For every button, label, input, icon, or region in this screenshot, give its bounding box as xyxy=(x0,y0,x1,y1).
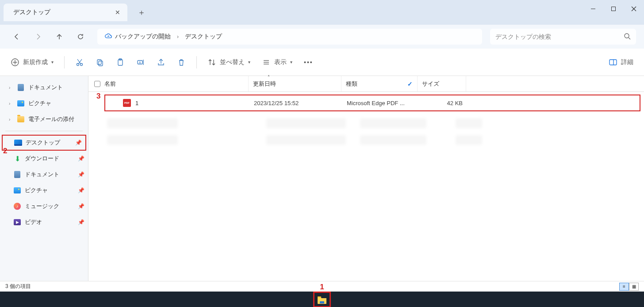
window-close-button[interactable] xyxy=(624,0,644,18)
annotation-3: 3 xyxy=(96,92,100,101)
search-icon xyxy=(624,33,631,41)
pdf-icon: PDF xyxy=(123,99,131,107)
sidebar-item-downloads[interactable]: ⬇ ダウンロード 📌 xyxy=(0,151,88,167)
taskbar-explorer-icon[interactable] xyxy=(315,293,329,306)
toolbar-separator xyxy=(64,56,65,68)
column-header-date[interactable]: 更新日時 xyxy=(249,76,341,91)
rename-button[interactable]: A xyxy=(132,54,150,71)
desktop-icon xyxy=(14,139,22,147)
column-header-type[interactable]: 種類✓ xyxy=(341,76,418,91)
column-header-size[interactable]: サイズ xyxy=(418,76,466,91)
cloud-sync-icon xyxy=(104,32,112,42)
new-button[interactable]: 新規作成 ▾ xyxy=(6,54,58,71)
file-row[interactable]: PDF 1 2023/12/25 15:52 Microsoft Edge PD… xyxy=(104,95,640,111)
video-icon: ▶ xyxy=(13,218,21,226)
nav-back-button[interactable] xyxy=(8,28,26,45)
pin-icon[interactable]: 📌 xyxy=(78,203,84,209)
sidebar-separator xyxy=(5,131,83,131)
sort-button[interactable]: 並べ替え ▾ xyxy=(203,54,255,71)
view-button-label: 表示 xyxy=(274,58,287,66)
breadcrumb-backup[interactable]: バックアップの開始 xyxy=(102,30,173,43)
title-bar: デスクトップ ✕ ＋ xyxy=(0,0,644,25)
search-box[interactable] xyxy=(490,29,636,45)
svg-rect-1 xyxy=(612,7,616,11)
picture-icon xyxy=(17,99,25,107)
svg-rect-15 xyxy=(118,60,123,65)
chevron-down-icon: ▾ xyxy=(248,60,250,64)
icons-view-button[interactable]: ▦ xyxy=(629,283,639,291)
sidebar-item-email-attachments[interactable]: › 電子メールの添付 xyxy=(0,111,88,127)
sidebar-item-pictures-pinned[interactable]: ピクチャ 📌 xyxy=(0,182,88,198)
pin-icon[interactable]: 📌 xyxy=(75,140,82,146)
view-button[interactable]: 表示 ▾ xyxy=(257,54,297,71)
tab-title: デスクトップ xyxy=(13,8,109,16)
blurred-content xyxy=(107,135,178,145)
blurred-content xyxy=(266,135,346,145)
new-tab-button[interactable]: ＋ xyxy=(133,4,150,21)
svg-text:A: A xyxy=(139,61,141,64)
svg-point-9 xyxy=(77,63,79,65)
details-view-button[interactable]: ≡ xyxy=(619,283,629,291)
chevron-right-icon: › xyxy=(177,34,179,40)
toolbar-separator xyxy=(196,56,197,68)
tab-close-button[interactable]: ✕ xyxy=(113,7,122,18)
window-minimize-button[interactable] xyxy=(583,0,603,18)
delete-button[interactable] xyxy=(172,54,190,71)
sidebar-item-label: ビデオ xyxy=(25,218,42,226)
sort-button-label: 並べ替え xyxy=(220,58,245,66)
chevron-down-icon: ▾ xyxy=(51,60,54,64)
nav-up-button[interactable] xyxy=(50,28,68,45)
select-all-checkbox[interactable] xyxy=(94,81,100,87)
blurred-content xyxy=(360,135,426,145)
more-button[interactable]: ••• xyxy=(299,54,318,71)
pin-icon[interactable]: 📌 xyxy=(78,155,84,162)
annotation-2: 2 xyxy=(3,147,7,155)
details-pane-label: 詳細 xyxy=(621,58,633,66)
sidebar-item-videos[interactable]: ▶ ビデオ 📌 xyxy=(0,214,88,230)
sort-ascending-icon: ˄ xyxy=(268,75,270,80)
svg-rect-25 xyxy=(320,301,324,303)
download-icon: ⬇ xyxy=(13,155,21,163)
sidebar-item-documents[interactable]: › ドキュメント xyxy=(0,80,88,95)
folder-icon xyxy=(17,115,25,123)
check-icon: ✓ xyxy=(407,80,413,87)
blurred-content xyxy=(456,118,482,128)
cut-button[interactable] xyxy=(71,54,88,71)
sidebar-item-pictures[interactable]: › ピクチャ xyxy=(0,95,88,111)
sidebar-item-label: ドキュメント xyxy=(25,171,59,178)
copy-button[interactable] xyxy=(91,54,109,71)
column-name-label: 名前 xyxy=(104,80,116,88)
file-type: Microsoft Edge PDF ... xyxy=(342,100,418,106)
pin-icon[interactable]: 📌 xyxy=(78,219,84,225)
breadcrumb-backup-label: バックアップの開始 xyxy=(115,33,171,41)
sidebar-item-label: ピクチャ xyxy=(28,99,51,107)
address-bar: バックアップの開始 › デスクトップ xyxy=(0,25,644,49)
navigation-sidebar[interactable]: › ドキュメント › ピクチャ › 電子メールの添付 2 デスクトップ 📌 ⬇ … xyxy=(0,76,88,281)
nav-forward-button[interactable] xyxy=(29,28,47,45)
nav-refresh-button[interactable] xyxy=(72,28,89,45)
pin-icon[interactable]: 📌 xyxy=(78,187,84,193)
breadcrumb-current[interactable]: デスクトップ xyxy=(182,31,225,42)
breadcrumb[interactable]: バックアップの開始 › デスクトップ xyxy=(97,29,482,45)
window-tab[interactable]: デスクトップ ✕ xyxy=(4,4,127,21)
sidebar-item-desktop[interactable]: デスクトップ 📌 xyxy=(2,135,86,151)
view-mode-toggle: ≡ ▦ xyxy=(619,283,639,291)
sidebar-item-documents-pinned[interactable]: ドキュメント 📌 xyxy=(0,167,88,182)
sidebar-item-label: デスクトップ xyxy=(26,139,60,147)
details-pane-button[interactable]: 詳細 xyxy=(604,54,638,71)
sidebar-item-music[interactable]: ♪ ミュージック 📌 xyxy=(0,198,88,214)
svg-rect-14 xyxy=(99,61,103,66)
column-header-name[interactable]: 名前 xyxy=(88,76,249,91)
paste-button[interactable] xyxy=(111,54,129,71)
music-icon: ♪ xyxy=(13,202,21,210)
window-maximize-button[interactable] xyxy=(603,0,624,18)
chevron-right-icon: › xyxy=(9,85,13,90)
file-name: 1 xyxy=(135,100,138,106)
pin-icon[interactable]: 📌 xyxy=(78,171,84,178)
share-button[interactable] xyxy=(152,54,170,71)
search-input[interactable] xyxy=(495,33,624,40)
column-headers: 名前 ˄ 更新日時 種類✓ サイズ xyxy=(88,76,644,92)
document-icon xyxy=(17,83,25,91)
file-size: 42 KB xyxy=(418,100,467,106)
taskbar[interactable]: 1 xyxy=(0,292,644,307)
